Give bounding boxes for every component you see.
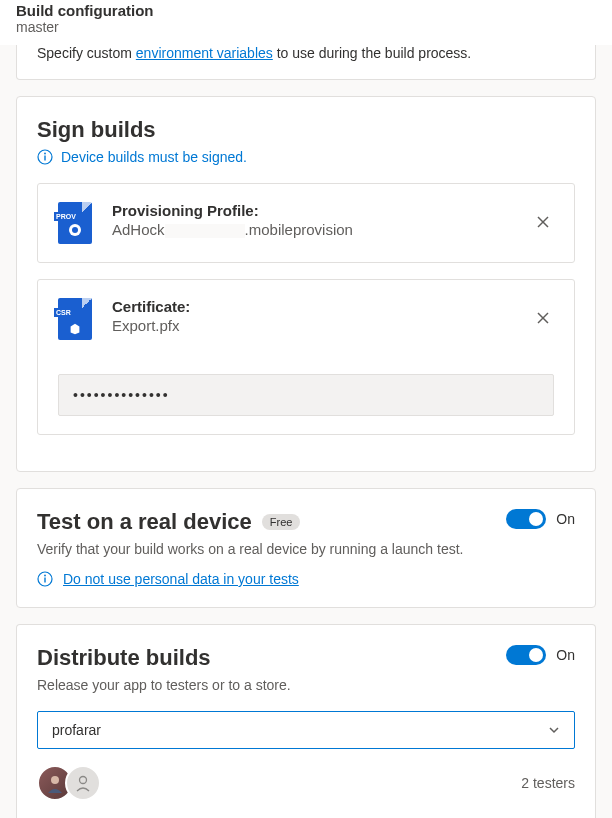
prov-file-icon: PROV — [58, 202, 92, 244]
env-text-suffix: to use during the build process. — [273, 45, 471, 61]
cert-file-info: Certificate: Export.pfx — [112, 298, 512, 334]
svg-point-13 — [80, 777, 87, 784]
distribute-group-select[interactable]: profarar — [37, 711, 575, 749]
info-icon — [37, 149, 53, 165]
provisioning-profile-box: PROV Provisioning Profile: AdHock.mobile… — [37, 183, 575, 263]
env-text-prefix: Specify custom — [37, 45, 136, 61]
info-icon — [37, 571, 53, 587]
avatar — [65, 765, 101, 801]
testers-count: 2 testers — [521, 775, 575, 791]
env-variables-link[interactable]: environment variables — [136, 45, 273, 61]
testers-row: 2 testers — [37, 765, 575, 801]
svg-point-12 — [51, 776, 59, 784]
prov-filename: AdHock.mobileprovision — [112, 221, 512, 238]
prov-file-info: Provisioning Profile: AdHock.mobileprovi… — [112, 202, 512, 238]
cert-file-icon: CSR — [58, 298, 92, 340]
test-device-card: Test on a real device Free Verify that y… — [16, 488, 596, 608]
svg-point-4 — [72, 227, 78, 233]
distribute-toggle[interactable] — [506, 645, 546, 665]
distribute-title: Distribute builds — [37, 645, 291, 671]
test-title: Test on a real device — [37, 509, 252, 535]
prov-redacted — [165, 224, 245, 238]
test-toggle[interactable] — [506, 509, 546, 529]
close-icon — [536, 311, 550, 325]
prov-label: Provisioning Profile: — [112, 202, 512, 219]
svg-rect-11 — [44, 578, 45, 583]
remove-prov-button[interactable] — [532, 211, 554, 236]
distribute-toggle-label: On — [556, 647, 575, 663]
cert-filename: Export.pfx — [112, 317, 512, 334]
prov-prefix: AdHock — [112, 221, 165, 238]
close-icon — [536, 215, 550, 229]
cert-label: Certificate: — [112, 298, 512, 315]
remove-cert-button[interactable] — [532, 307, 554, 332]
sign-info-row: Device builds must be signed. — [37, 149, 575, 165]
certificate-box: CSR Certificate: Export.pfx — [37, 279, 575, 435]
test-toggle-label: On — [556, 511, 575, 527]
svg-point-1 — [44, 153, 46, 155]
page-title: Build configuration — [16, 2, 596, 19]
free-badge: Free — [262, 514, 301, 530]
svg-point-10 — [44, 575, 46, 577]
svg-rect-2 — [44, 156, 45, 161]
distribute-card: Distribute builds Release your app to te… — [16, 624, 596, 818]
prov-suffix: .mobileprovision — [245, 221, 353, 238]
distribute-selected: profarar — [52, 722, 101, 738]
personal-data-link[interactable]: Do not use personal data in your tests — [63, 571, 299, 587]
test-subtitle: Verify that your build works on a real d… — [37, 541, 463, 557]
env-variables-card: Specify custom environment variables to … — [16, 45, 596, 80]
page-header: Build configuration master — [0, 0, 612, 45]
branch-name: master — [16, 19, 596, 35]
chevron-down-icon — [548, 724, 560, 736]
distribute-subtitle: Release your app to testers or to a stor… — [37, 677, 291, 693]
test-info-row: Do not use personal data in your tests — [37, 571, 575, 587]
sign-builds-title: Sign builds — [37, 117, 575, 143]
cert-password-input[interactable] — [58, 374, 554, 416]
sign-builds-card: Sign builds Device builds must be signed… — [16, 96, 596, 472]
sign-info-text: Device builds must be signed. — [61, 149, 247, 165]
